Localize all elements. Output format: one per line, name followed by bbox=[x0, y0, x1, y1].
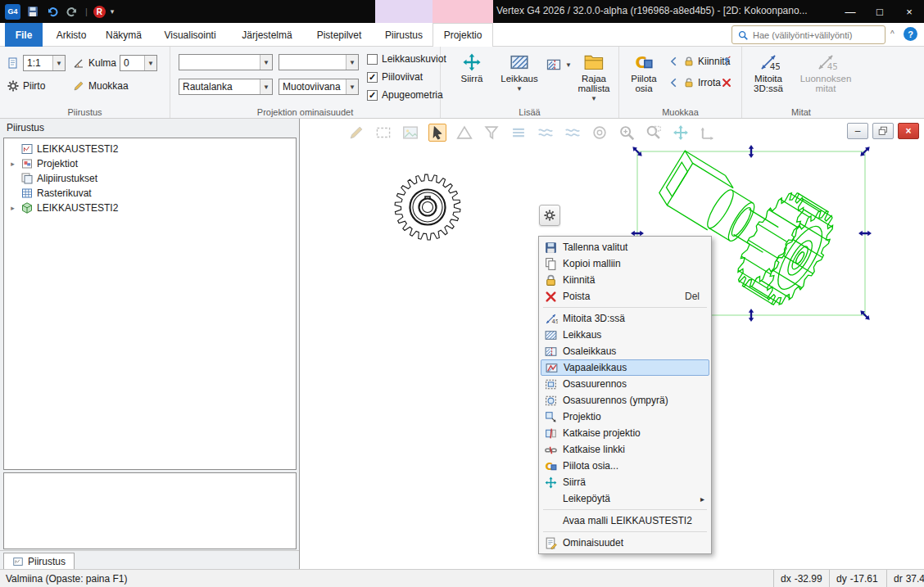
save-button[interactable] bbox=[25, 4, 40, 19]
tab-piirustus-bottom[interactable]: Piirustus bbox=[3, 553, 75, 569]
breakproj-icon bbox=[544, 427, 558, 440]
menu-item-label: Tallenna valitut bbox=[563, 242, 706, 253]
menu-item-vapaaleikkaus[interactable]: Vapaaleikkaus bbox=[541, 359, 709, 376]
collapse-ribbon-icon[interactable]: ^ bbox=[890, 29, 895, 38]
minimize-button[interactable]: — bbox=[836, 0, 865, 23]
tab-arkisto[interactable]: Arkisto bbox=[46, 23, 97, 47]
quick-settings-button[interactable] bbox=[539, 205, 560, 226]
menu-item-mitoita-3d-ss[interactable]: 45Mitoita 3D:ssä bbox=[541, 310, 709, 327]
group-label: Mitat bbox=[742, 107, 860, 117]
tree-item-label: Projektiot bbox=[37, 158, 78, 169]
tab-n-kym[interactable]: Näkymä bbox=[97, 23, 151, 47]
menu-item-katkaise-projektio[interactable]: Katkaise projektio bbox=[541, 425, 709, 441]
menu-item-label: Leikkaus bbox=[563, 329, 706, 341]
chevron-down-icon[interactable]: ▾ bbox=[111, 7, 115, 16]
redo-button[interactable] bbox=[65, 4, 79, 19]
siirra-button[interactable]: Siirrä bbox=[452, 49, 491, 84]
search-box[interactable] bbox=[732, 25, 886, 44]
menu-item-label: Vapaaleikkaus bbox=[564, 362, 705, 373]
menu-item-osaleikkaus[interactable]: Osaleikkaus bbox=[541, 343, 709, 359]
contextual-group-purple bbox=[375, 0, 433, 23]
maximize-button[interactable]: □ bbox=[865, 0, 895, 23]
sketch-dimensions-icon: 45 bbox=[814, 52, 837, 73]
sidebar-secondary-panel bbox=[3, 472, 297, 549]
breaklink-icon bbox=[544, 443, 558, 456]
menu-item-osasuurennos-ympyr[interactable]: Osasuurennos (ympyrä) bbox=[541, 392, 709, 409]
piilota-osia-button[interactable]: C Piilota osia bbox=[623, 49, 665, 93]
luonnoksen-mitat-button[interactable]: 45 Luonnoksen mitat bbox=[796, 49, 855, 93]
menu-item-piilota-osia[interactable]: CPiilota osia... bbox=[541, 458, 709, 474]
checkbox-leikkauskuviot[interactable]: Leikkauskuviot bbox=[367, 53, 446, 65]
menu-item-tallenna-valitut[interactable]: Tallenna valitut bbox=[541, 239, 709, 255]
expand-arrow-icon[interactable]: ▸ bbox=[8, 204, 17, 212]
checkbox-apugeometria[interactable]: ✓Apugeometria bbox=[367, 89, 443, 101]
tree-item-label: Rasterikuvat bbox=[37, 187, 92, 199]
menu-item-avaa-malli-leikkaustesti2[interactable]: Avaa malli LEIKKAUSTESTI2 bbox=[541, 512, 709, 529]
angle-combo[interactable]: 0▼ bbox=[120, 55, 157, 71]
expand-arrow-icon[interactable]: ▸ bbox=[8, 160, 17, 168]
pin-tool-button[interactable] bbox=[721, 56, 732, 67]
menu-separator bbox=[543, 509, 707, 510]
move-icon bbox=[460, 52, 483, 73]
unlock-icon bbox=[683, 77, 695, 88]
drawing-canvas[interactable]: – × Tallenna valitutKopioi malliinKiinni… bbox=[300, 119, 924, 569]
menu-item-ominaisuudet[interactable]: Ominaisuudet bbox=[541, 535, 709, 551]
tab-j-rjestelm[interactable]: Järjestelmä bbox=[229, 23, 305, 47]
folder-icon bbox=[582, 52, 605, 73]
menu-item-projektio[interactable]: Projektio bbox=[541, 409, 709, 425]
no-icon bbox=[544, 492, 558, 505]
menu-item-kopioi-malliin[interactable]: Kopioi malliin bbox=[541, 255, 709, 272]
outline-combo[interactable]: Muotoviivana▼ bbox=[279, 79, 359, 95]
menu-item-leikkaus[interactable]: Leikkaus bbox=[541, 327, 709, 343]
tree-item-rasterikuvat-3[interactable]: Rasterikuvat bbox=[4, 186, 296, 201]
application-window: G4 | R ▾ Vertex G4 2026 / 32.0.0-alpha (… bbox=[0, 0, 924, 587]
mitoita-3d-button[interactable]: 45 Mitoita 3D:ssä bbox=[745, 49, 791, 93]
help-button[interactable]: ? bbox=[904, 27, 917, 41]
menu-item-label: Leikepöytä bbox=[563, 493, 695, 504]
quick-access-toolbar: G4 | R ▾ bbox=[0, 4, 114, 20]
group-label: Lisää bbox=[441, 107, 618, 117]
tree-item-alipiirustukset-2[interactable]: Alipiirustukset bbox=[4, 171, 296, 186]
ribbon-group-mitat: 45 Mitoita 3D:ssä 45 Luonnoksen mitat Mi… bbox=[742, 47, 860, 118]
remove-tool-button[interactable] bbox=[721, 77, 732, 88]
section-split-button[interactable]: ▼ bbox=[546, 56, 572, 73]
coord-dy: dy-17.61 bbox=[829, 570, 886, 587]
statusbar: Valmiina (Opaste: paina F1) dx-32.99dy-1… bbox=[0, 569, 924, 587]
tree-item-leikkaustesti2-0[interactable]: LEIKKAUSTESTI2 bbox=[4, 142, 296, 156]
leikkaus-button[interactable]: Leikkaus ▼ bbox=[498, 49, 541, 94]
projection-combo-2[interactable]: ▼ bbox=[279, 54, 359, 70]
del-icon bbox=[544, 290, 558, 303]
scale-combo[interactable]: 1:1▼ bbox=[23, 55, 66, 71]
menu-item-leikep-yt[interactable]: Leikepöytä▸ bbox=[541, 490, 709, 507]
menu-item-kiinnit[interactable]: Kiinnitä bbox=[541, 272, 709, 288]
irrota-button[interactable]: Irrota bbox=[668, 77, 721, 88]
tree-item-leikkaustesti2-4[interactable]: ▸LEIKKAUSTESTI2 bbox=[4, 201, 296, 215]
tree-item-label: LEIKKAUSTESTI2 bbox=[37, 202, 118, 214]
ribbon-group-lisaa: Siirrä Leikkaus ▼ ▼ Rajaa mallista ▼ Lis… bbox=[441, 47, 619, 118]
coord-dr: dr37.40 bbox=[886, 570, 924, 587]
tab-file[interactable]: File bbox=[5, 23, 43, 47]
menu-item-siirr[interactable]: Siirrä bbox=[541, 474, 709, 490]
tab-pistepilvet[interactable]: Pistepilvet bbox=[305, 23, 374, 47]
tab-piirustus[interactable]: Piirustus bbox=[375, 23, 433, 47]
menu-item-katkaise-linkki[interactable]: Katkaise linkki bbox=[541, 441, 709, 458]
rajaa-mallista-button[interactable]: Rajaa mallista ▼ bbox=[572, 49, 616, 104]
draw-settings-icon bbox=[7, 79, 20, 93]
search-input[interactable] bbox=[753, 30, 880, 40]
partial-section-icon bbox=[546, 56, 562, 73]
muokkaa-button[interactable]: Muokkaa bbox=[72, 79, 129, 93]
menu-shortcut: Del bbox=[685, 291, 706, 302]
checkbox-piiloviivat[interactable]: ✓Piiloviivat bbox=[367, 71, 423, 83]
sidebar-piirustus: Piirustus LEIKKAUSTESTI2▸ProjektiotAlipi… bbox=[0, 119, 300, 569]
tab-visualisointi[interactable]: Visualisointi bbox=[151, 23, 229, 47]
tab-projektio[interactable]: Projektio bbox=[433, 23, 493, 47]
piirto-button[interactable]: Piirto bbox=[7, 79, 45, 93]
menu-item-osasuurennos[interactable]: Osasuurennos bbox=[541, 376, 709, 392]
chevron-down-icon: ▼ bbox=[591, 94, 597, 104]
close-button[interactable]: × bbox=[895, 0, 924, 23]
representation-combo[interactable]: Rautalanka▼ bbox=[179, 79, 273, 95]
projection-combo-1[interactable]: ▼ bbox=[179, 54, 273, 70]
menu-item-poista[interactable]: PoistaDel bbox=[541, 288, 709, 305]
undo-button[interactable] bbox=[45, 4, 60, 19]
tree-item-projektiot-1[interactable]: ▸Projektiot bbox=[4, 156, 296, 171]
